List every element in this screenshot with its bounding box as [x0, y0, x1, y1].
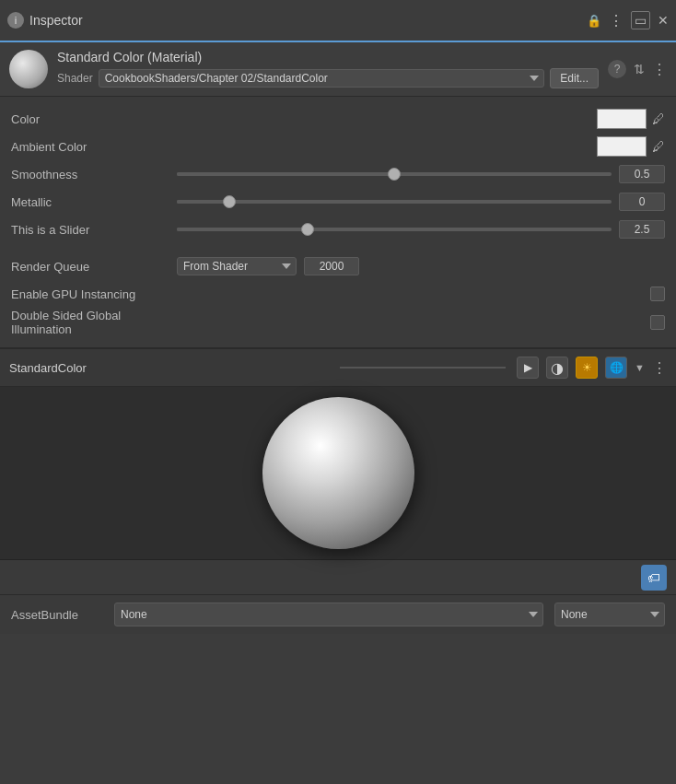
material-header: Standard Color (Material) Shader Cookboo…: [0, 42, 676, 97]
asset-bundle-row: AssetBundle None None: [0, 595, 676, 634]
smoothness-slider-container: [177, 165, 665, 183]
custom-slider-track[interactable]: [177, 228, 612, 231]
double-sided-label: Double Sided Global Illumination: [11, 309, 177, 336]
metallic-thumb[interactable]: [223, 195, 236, 208]
metallic-row: Metallic: [11, 189, 665, 215]
custom-slider-value[interactable]: [619, 220, 665, 239]
ambient-color-label: Ambient Color: [11, 140, 177, 154]
color-control: 🖊: [597, 109, 665, 129]
sphere-icon: ◑: [551, 359, 564, 377]
sphere-preview-button[interactable]: ◑: [546, 357, 568, 379]
color-swatch[interactable]: [597, 109, 647, 129]
gpu-instancing-label: Enable GPU Instancing: [11, 287, 177, 301]
title-bar: i Inspector 🔒 ⋮ ▭ ✕: [0, 0, 676, 42]
smoothness-label: Smoothness: [11, 168, 177, 181]
color-label: Color: [11, 112, 177, 126]
preview-sphere: [262, 397, 414, 549]
render-queue-control: From Shader: [177, 257, 665, 275]
render-queue-label: Render Queue: [11, 260, 177, 274]
smoothness-value[interactable]: [619, 165, 665, 183]
help-icon[interactable]: ?: [608, 60, 626, 78]
shader-label: Shader: [57, 72, 93, 85]
inspector-title: Inspector: [29, 13, 581, 28]
color-row: Color 🖊: [11, 106, 665, 132]
edit-button[interactable]: Edit...: [550, 68, 599, 88]
play-icon: ▶: [524, 361, 532, 374]
shader-select[interactable]: CookbookShaders/Chapter 02/StandardColor: [99, 69, 545, 88]
asset-bundle-label: AssetBundle: [11, 608, 103, 622]
metallic-fill: [177, 200, 229, 204]
material-header-actions: ? ⇅ ⋮: [608, 60, 667, 78]
lock-icon[interactable]: 🔒: [587, 14, 601, 28]
ambient-color-swatch[interactable]: [597, 136, 647, 157]
gpu-instancing-row: Enable GPU Instancing: [11, 281, 665, 307]
gpu-instancing-control: [650, 287, 665, 301]
material-sphere-icon: [9, 50, 48, 88]
globe-icon: 🌐: [610, 361, 624, 374]
eyedropper-icon[interactable]: 🖊: [652, 111, 665, 126]
ambient-eyedropper-icon[interactable]: 🖊: [652, 139, 665, 154]
more-icon[interactable]: ⋮: [652, 61, 667, 78]
render-queue-value[interactable]: [304, 257, 359, 275]
tag-icon[interactable]: 🏷: [641, 565, 667, 591]
close-icon[interactable]: ✕: [658, 13, 669, 28]
render-queue-row: Render Queue From Shader: [11, 253, 665, 279]
custom-slider-container: [177, 220, 665, 239]
custom-slider-thumb[interactable]: [301, 223, 314, 236]
preview-chevron-icon[interactable]: ▼: [635, 362, 645, 373]
preview-area: [0, 387, 676, 560]
render-queue-select[interactable]: From Shader: [177, 257, 297, 275]
sun-icon: ☀: [582, 361, 592, 374]
inspector-icon: i: [7, 12, 24, 29]
properties-panel: Color 🖊 Ambient Color 🖊 Smoothness Metal…: [0, 97, 676, 348]
ambient-color-row: Ambient Color 🖊: [11, 134, 665, 159]
title-bar-actions: 🔒 ⋮ ▭ ✕: [587, 11, 669, 29]
maximize-icon[interactable]: ▭: [631, 11, 650, 29]
menu-icon[interactable]: ⋮: [609, 12, 624, 29]
asset-bundle-select1[interactable]: None: [114, 603, 543, 626]
double-sided-checkbox[interactable]: [650, 315, 665, 330]
smoothness-fill: [177, 172, 394, 176]
smoothness-row: Smoothness: [11, 161, 665, 187]
double-sided-control: [650, 315, 665, 330]
shader-preview-name: StandardColor: [9, 361, 329, 375]
metallic-value[interactable]: [619, 193, 665, 211]
preview-more-icon[interactable]: ⋮: [652, 359, 667, 377]
material-name: Standard Color (Material): [57, 50, 599, 64]
metallic-track[interactable]: [177, 200, 612, 204]
material-info: Standard Color (Material) Shader Cookboo…: [57, 50, 599, 88]
smoothness-thumb[interactable]: [388, 168, 401, 181]
sun-button[interactable]: ☀: [576, 357, 598, 379]
bottom-strip: 🏷: [0, 560, 676, 595]
gpu-instancing-checkbox[interactable]: [650, 287, 665, 301]
globe-button[interactable]: 🌐: [605, 357, 627, 379]
shader-preview-bar: StandardColor ▶ ◑ ☀ 🌐 ▼ ⋮: [0, 348, 676, 387]
custom-slider-row: This is a Slider: [11, 216, 665, 242]
metallic-slider-container: [177, 193, 665, 211]
double-sided-row: Double Sided Global Illumination: [11, 309, 665, 336]
asset-bundle-select2[interactable]: None: [554, 603, 665, 626]
play-button[interactable]: ▶: [517, 357, 539, 379]
layout-icon[interactable]: ⇅: [634, 62, 645, 76]
metallic-label: Metallic: [11, 195, 177, 209]
preview-divider: [340, 367, 506, 369]
custom-slider-label: This is a Slider: [11, 223, 177, 237]
custom-slider-fill: [177, 228, 308, 231]
smoothness-track[interactable]: [177, 172, 612, 176]
ambient-color-control: 🖊: [597, 136, 665, 157]
shader-row: Shader CookbookShaders/Chapter 02/Standa…: [57, 68, 599, 88]
